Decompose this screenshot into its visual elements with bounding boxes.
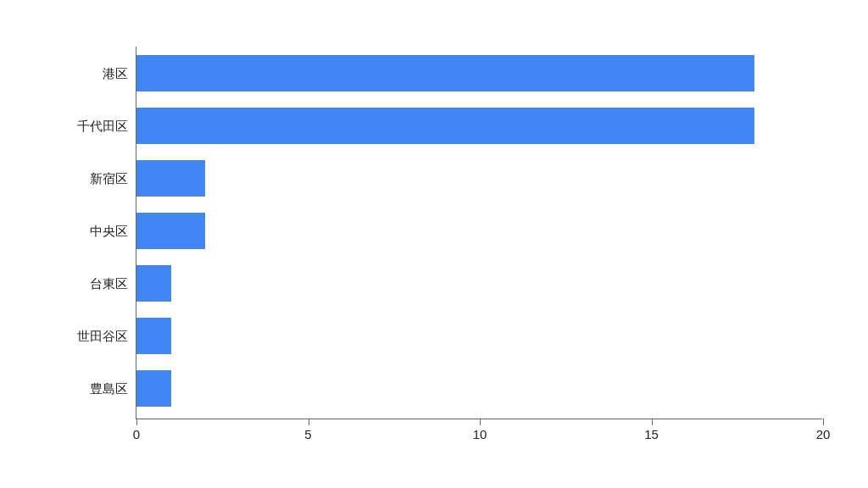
bars-container: 港区 千代田区 新宿区 中央区 台東区 世田谷区 xyxy=(136,47,822,419)
x-tick: 5 xyxy=(309,419,309,425)
y-axis-label: 豊島区 xyxy=(1,370,128,407)
bar-row: 世田谷区 xyxy=(136,318,822,354)
y-axis-label: 港区 xyxy=(1,55,128,92)
bar-row: 港区 xyxy=(136,55,822,92)
y-axis-label: 新宿区 xyxy=(1,160,128,197)
bar xyxy=(136,265,171,302)
bar-row: 台東区 xyxy=(136,265,822,302)
bar-row: 新宿区 xyxy=(136,160,822,197)
bar-row: 豊島区 xyxy=(136,370,822,407)
x-tick-label: 0 xyxy=(133,427,140,441)
x-tick-label: 5 xyxy=(304,427,311,441)
x-tick-label: 10 xyxy=(473,427,487,441)
x-tick: 10 xyxy=(480,419,481,425)
bar-row: 千代田区 xyxy=(136,108,822,144)
bar xyxy=(136,160,205,197)
bar-row: 中央区 xyxy=(136,213,822,249)
y-axis-label: 世田谷区 xyxy=(1,318,128,354)
plot-area: 港区 千代田区 新宿区 中央区 台東区 世田谷区 xyxy=(136,47,822,419)
y-axis-label: 中央区 xyxy=(1,213,128,249)
bar xyxy=(136,108,754,144)
y-axis-label: 千代田区 xyxy=(1,108,128,144)
bar xyxy=(136,370,171,407)
x-tick: 20 xyxy=(823,419,824,425)
y-axis-label: 台東区 xyxy=(1,265,128,302)
x-tick: 0 xyxy=(136,419,137,425)
x-tick-label: 20 xyxy=(816,427,831,441)
x-tick: 15 xyxy=(652,419,653,425)
x-tick-label: 15 xyxy=(644,427,659,441)
bar xyxy=(136,213,205,249)
bar xyxy=(136,55,754,92)
bar-chart: 港区 千代田区 新宿区 中央区 台東区 世田谷区 xyxy=(0,0,868,488)
bar xyxy=(136,318,171,354)
